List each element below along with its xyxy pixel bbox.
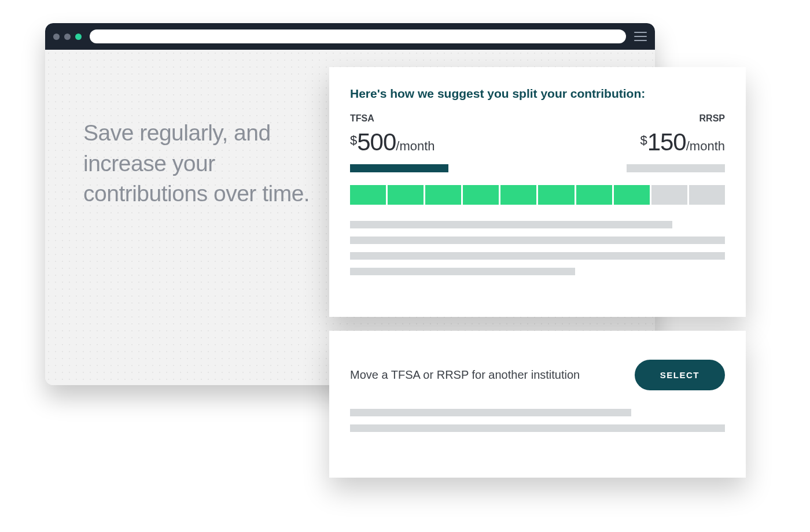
hero-text: Save regularly, and increase your contri… [83, 118, 326, 209]
accounts-row: TFSA $500/month RRSP $150/month [350, 113, 725, 156]
allocation-segment [500, 185, 536, 205]
allocation-segment [350, 185, 386, 205]
account-tfsa-label: TFSA [350, 113, 435, 124]
contribution-split-card: Here's how we suggest you split your con… [329, 67, 746, 317]
amount-period: /month [396, 139, 435, 153]
allocation-segment [425, 185, 461, 205]
close-icon[interactable] [53, 34, 60, 40]
move-account-text: Move a TFSA or RRSP for another institut… [350, 368, 580, 382]
rrsp-bar [627, 164, 725, 172]
amount-value: 150 [647, 128, 686, 156]
account-rrsp-label: RRSP [699, 113, 725, 124]
window-controls [53, 34, 82, 40]
currency-symbol: $ [350, 133, 357, 147]
account-rrsp: RRSP $150/month [640, 113, 725, 156]
placeholder-line [350, 268, 575, 275]
placeholder-line [350, 409, 631, 416]
browser-title-bar [45, 23, 655, 50]
zoom-icon[interactable] [75, 34, 82, 40]
allocation-segment [463, 185, 499, 205]
allocation-segment [689, 185, 725, 205]
placeholder-text-block [350, 221, 725, 275]
placeholder-line [350, 237, 725, 244]
select-button[interactable]: SELECT [635, 360, 725, 390]
placeholder-line [350, 424, 725, 432]
allocation-bar [350, 185, 725, 205]
allocation-segment [388, 185, 424, 205]
menu-icon[interactable] [634, 32, 647, 41]
placeholder-text-block [350, 409, 725, 432]
account-tfsa-amount: $500/month [350, 128, 435, 156]
allocation-segment [651, 185, 687, 205]
account-rrsp-amount: $150/month [640, 128, 725, 156]
amount-period: /month [686, 139, 725, 153]
account-tfsa: TFSA $500/month [350, 113, 435, 156]
amount-value: 500 [357, 128, 396, 156]
placeholder-line [350, 252, 725, 260]
split-card-title: Here's how we suggest you split your con… [350, 87, 725, 101]
placeholder-line [350, 221, 672, 228]
minimize-icon[interactable] [64, 34, 71, 40]
move-account-card: Move a TFSA or RRSP for another institut… [329, 331, 746, 478]
tfsa-bar [350, 164, 448, 172]
allocation-segment [538, 185, 574, 205]
url-bar[interactable] [90, 29, 626, 43]
allocation-segment [576, 185, 612, 205]
allocation-segment [614, 185, 650, 205]
currency-symbol: $ [640, 133, 647, 147]
account-underline-bars [350, 164, 725, 172]
